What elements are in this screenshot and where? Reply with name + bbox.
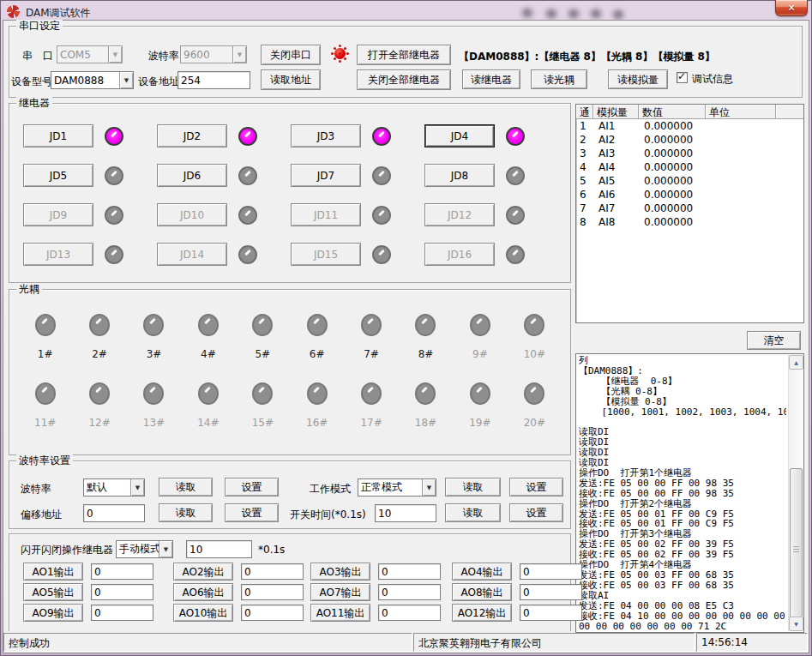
table-row[interactable]: 6 AI6 0.000000 [576,188,803,202]
analog-output-button[interactable]: AO10输出 [173,604,233,622]
relay-button[interactable]: JD16 [424,243,495,266]
analog-output-input[interactable] [378,563,441,580]
opto-led-indicator [143,314,164,336]
baud-read-button[interactable]: 读取 [159,478,213,497]
relay-button[interactable]: JD1 [23,124,93,147]
baud-rate-select[interactable]: 9600 ▼ [180,45,247,63]
relay-button[interactable]: JD15 [291,243,361,266]
device-model-select[interactable]: DAM0888 ▼ [51,71,134,89]
open-all-relays-button[interactable]: 打开全部继电器 [357,45,451,65]
switch-time-set-button[interactable]: 设置 [509,503,563,522]
analog-output-button[interactable]: AO7输出 [310,583,370,601]
read-opto-button[interactable]: 读光耦 [531,69,587,89]
relay-button[interactable]: JD14 [157,243,227,266]
analog-output-input[interactable] [91,584,153,600]
analog-output-input[interactable] [241,605,304,621]
read-analog-button[interactable]: 读模拟量 [608,69,668,89]
relay-button[interactable]: JD13 [23,243,93,266]
table-row[interactable]: 3 AI3 0.000000 [576,147,803,160]
relay-button[interactable]: JD11 [291,203,361,226]
relay-button[interactable]: JD8 [424,164,495,187]
table-row[interactable]: 5 AI5 0.000000 [576,174,803,188]
cell-analog-name: AI5 [593,174,639,188]
close-all-relays-button[interactable]: 关闭全部继电器 [357,69,451,90]
scroll-down-icon[interactable]: ▼ [789,617,803,631]
read-address-button[interactable]: 读取地址 [261,69,321,90]
table-header-cell[interactable]: 数值 [639,105,706,119]
cell-extra [776,133,803,147]
work-mode-select[interactable]: 正常模式 ▼ [358,478,436,497]
analog-output-input[interactable] [241,563,304,580]
switch-time-input[interactable] [375,504,436,522]
log-line: 接收:FE 05 00 00 FF 00 98 35 [579,489,786,499]
flash-mode-select[interactable]: 手动模式 ▼ [116,540,173,558]
analog-output-button[interactable]: AO9输出 [23,604,83,622]
opto-led-indicator [524,314,544,336]
opto-channel-label: 19# [469,417,490,429]
close-button[interactable]: ✕ [775,0,808,16]
device-model-label: 设备型号 [11,75,52,87]
log-line: 接收:FE 04 10 00 00 00 00 00 00 00 00 00 0… [579,611,786,622]
baud-set-select[interactable]: 默认 ▼ [83,478,145,497]
analog-output-button[interactable]: AO8输出 [452,583,512,601]
relay-button[interactable]: JD12 [424,203,495,226]
relay-cell: JD5 [23,164,157,187]
analog-output-input[interactable] [241,584,304,600]
cell-unit [706,119,776,133]
analog-output-input[interactable] [520,584,582,600]
analog-output-input[interactable] [91,605,153,621]
opto-led-indicator [361,382,382,405]
analog-output-button[interactable]: AO2输出 [173,563,233,581]
offset-read-button[interactable]: 读取 [159,503,213,522]
table-row[interactable]: 4 AI4 0.000000 [576,160,803,174]
flash-time-unit-label: *0.1s [258,544,285,556]
offset-address-input[interactable] [83,504,145,522]
work-mode-read-button[interactable]: 读取 [445,478,501,497]
close-serial-port-button[interactable]: 关闭串口 [261,45,321,65]
relay-button[interactable]: JD4 [424,124,495,147]
com-port-select[interactable]: COM5 ▼ [57,45,123,63]
relay-cell: JD13 [23,243,157,266]
analog-output-button[interactable]: AO5输出 [23,583,83,601]
analog-output-button[interactable]: AO6输出 [173,583,233,601]
scrollbar-thumb[interactable] [790,468,803,631]
debug-info-checkbox[interactable]: ✓ [677,72,688,83]
relay-button[interactable]: JD9 [23,203,93,226]
table-row[interactable]: 8 AI8 0.000000 [576,215,803,229]
analog-output-input[interactable] [520,563,582,580]
table-header-cell[interactable]: 模拟量 [593,105,639,119]
device-address-input[interactable] [177,71,250,89]
table-row[interactable]: 7 AI7 0.000000 [576,202,803,215]
relay-button[interactable]: JD10 [157,203,227,226]
analog-output-button[interactable]: AO12输出 [452,604,512,622]
analog-output-input[interactable] [520,605,582,621]
relay-button[interactable]: JD7 [291,164,361,187]
switch-time-read-button[interactable]: 读取 [445,503,501,522]
analog-output-button[interactable]: AO3输出 [310,563,370,581]
table-row[interactable]: 1 AI1 0.000000 [576,119,803,133]
scroll-up-icon[interactable]: ▲ [789,355,803,370]
relay-button[interactable]: JD3 [291,124,361,147]
analog-output-button[interactable]: AO4输出 [452,563,512,581]
log-scrollbar[interactable]: ▲ ▼ [788,355,803,631]
relay-button[interactable]: JD2 [157,124,227,147]
clear-log-button[interactable]: 清空 [747,331,801,350]
relay-button[interactable]: JD5 [23,164,93,187]
status-time: 14:56:14 [696,633,808,652]
relay-button[interactable]: JD6 [157,164,227,187]
table-row[interactable]: 2 AI2 0.000000 [576,133,803,147]
read-relays-button[interactable]: 读继电器 [462,69,520,89]
analog-output-input[interactable] [378,605,441,621]
baud-set-button[interactable]: 设置 [225,478,279,497]
analog-output-button[interactable]: AO1输出 [23,563,83,581]
flash-time-input[interactable] [186,540,252,558]
work-mode-set-button[interactable]: 设置 [509,478,563,497]
offset-set-button[interactable]: 设置 [225,503,279,522]
analog-output-input[interactable] [378,584,441,600]
table-header-cell[interactable]: 通 [576,105,593,119]
table-header-cell[interactable]: 单位 [706,105,776,119]
analog-output-button[interactable]: AO11输出 [310,604,370,622]
table-header-cell[interactable] [776,105,803,119]
work-mode-label: 工作模式 [310,483,351,495]
analog-output-input[interactable] [91,563,153,580]
